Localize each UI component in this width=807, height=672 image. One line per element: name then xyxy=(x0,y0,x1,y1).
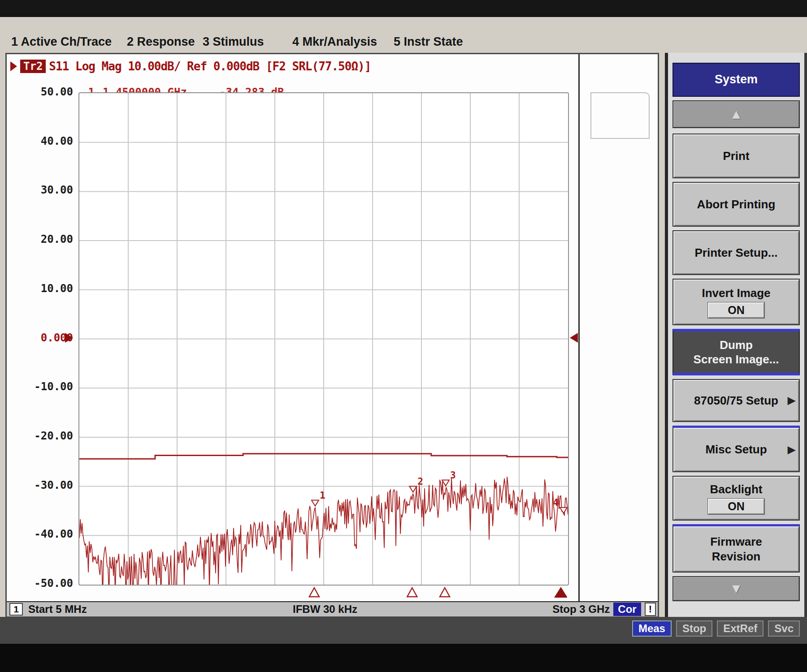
trace-title: Tr2 S11 Log Mag 10.00dB/ Ref 0.000dB [F2… xyxy=(10,60,371,73)
y-axis-tick: 20.00 xyxy=(41,233,73,246)
dump-label-line1: Dump xyxy=(720,338,753,353)
marker-axis-strip xyxy=(78,586,567,599)
invert-image-label: Invert Image xyxy=(702,286,770,301)
firmware-label-line1: Firmware xyxy=(710,534,762,549)
firmware-label-line2: Revision xyxy=(712,549,760,564)
empty-softkey-label-box xyxy=(590,92,650,139)
firmware-revision-button[interactable]: Firmware Revision xyxy=(672,524,800,573)
sweep-stop-badge: Stop xyxy=(676,620,712,637)
extref-badge: ExtRef xyxy=(717,620,764,637)
menu-active-ch-trace[interactable]: 1 Active Ch/Trace xyxy=(11,35,112,49)
softkey-column-divider xyxy=(578,54,580,601)
y-axis-tick: 30.00 xyxy=(41,184,73,196)
vna-screen-capture: 1 Active Ch/Trace 2 Response 3 Stimulus … xyxy=(0,0,807,672)
dump-screen-image-button[interactable]: Dump Screen Image... xyxy=(672,329,800,375)
test-set-setup-label: 87050/75 Setup xyxy=(694,393,778,408)
menu-response[interactable]: 2 Response xyxy=(127,35,195,49)
y-axis-tick: -10.00 xyxy=(34,380,73,393)
svg-text:3: 3 xyxy=(450,470,456,481)
y-axis-tick: 10.00 xyxy=(41,282,73,295)
svg-text:1: 1 xyxy=(320,490,325,501)
y-axis-tick: 50.00 xyxy=(41,86,73,98)
softkey-scroll-down-button[interactable]: ▼ xyxy=(672,576,800,601)
invert-image-state: ON xyxy=(708,302,764,318)
ref-level-arrow-right-icon xyxy=(570,333,578,343)
stop-frequency-label: Stop 3 GHz xyxy=(552,603,610,616)
invert-image-toggle[interactable]: Invert Image ON xyxy=(672,279,800,325)
instrument-display: Tr2 S11 Log Mag 10.00dB/ Ref 0.000dB [F2… xyxy=(5,53,659,617)
y-axis-tick: -20.00 xyxy=(34,430,73,442)
softkey-scroll-up-button[interactable]: ▲ xyxy=(672,100,800,128)
menu-bar: 1 Active Ch/Trace 2 Response 3 Stimulus … xyxy=(0,17,807,53)
y-axis-tick: 40.00 xyxy=(41,135,73,147)
print-button[interactable]: Print xyxy=(672,134,800,178)
trace-badge: Tr2 xyxy=(20,60,46,73)
active-trace-arrow-icon xyxy=(10,61,17,71)
start-frequency-label: Start 5 MHz xyxy=(28,603,87,616)
y-axis-tick: -40.00 xyxy=(34,528,73,540)
submenu-arrow-icon: ▶ xyxy=(788,444,795,456)
test-set-setup-button[interactable]: 87050/75 Setup ▶ xyxy=(672,379,800,422)
softkey-menu: System ▲ Print Abort Printing Printer Se… xyxy=(665,53,807,617)
submenu-arrow-icon: ▶ xyxy=(788,394,795,407)
instrument-status-band: Meas Stop ExtRef Svc xyxy=(0,617,807,644)
channel-number-box: 1 xyxy=(9,603,23,616)
dump-label-line2: Screen Image... xyxy=(694,352,779,367)
ifbw-label: IFBW 30 kHz xyxy=(258,603,392,616)
top-border-band xyxy=(0,0,807,17)
up-arrow-icon: ▲ xyxy=(729,106,743,123)
svg-text:4: 4 xyxy=(553,497,559,508)
trace-title-text: S11 Log Mag 10.00dB/ Ref 0.000dB [F2 SRL… xyxy=(49,60,371,73)
svg-text:2: 2 xyxy=(417,476,423,487)
stimulus-status-bar: 1 Start 5 MHz IFBW 30 kHz Stop 3 GHz Cor… xyxy=(7,601,658,616)
trace-plot: 1234 xyxy=(79,93,568,585)
printer-setup-button[interactable]: Printer Setup... xyxy=(672,230,800,275)
alert-indicator: ! xyxy=(645,603,656,616)
y-axis-tick: -50.00 xyxy=(34,577,73,590)
menu-stimulus[interactable]: 3 Stimulus xyxy=(203,35,264,49)
svc-badge: Svc xyxy=(768,620,800,637)
softkey-menu-title-system[interactable]: System xyxy=(672,63,800,97)
y-axis-tick: -30.00 xyxy=(34,479,73,491)
backlight-toggle[interactable]: Backlight ON xyxy=(672,476,800,521)
misc-setup-label: Misc Setup xyxy=(705,442,767,457)
menu-mkr-analysis[interactable]: 4 Mkr/Analysis xyxy=(292,35,377,49)
plot-area: 1234 xyxy=(78,92,569,586)
backlight-label: Backlight xyxy=(710,482,762,497)
menu-instr-state[interactable]: 5 Instr State xyxy=(394,35,463,49)
correction-status-badge: Cor xyxy=(613,603,641,616)
down-arrow-icon: ▼ xyxy=(729,580,743,597)
abort-printing-button[interactable]: Abort Printing xyxy=(672,182,800,227)
marker-axis-triangles xyxy=(78,586,567,599)
meas-status-badge: Meas xyxy=(632,620,672,637)
ref-level-arrow-left-icon xyxy=(65,333,73,343)
misc-setup-button[interactable]: Misc Setup ▶ xyxy=(672,426,800,472)
bottom-border-band xyxy=(0,644,807,672)
backlight-state: ON xyxy=(708,499,764,514)
